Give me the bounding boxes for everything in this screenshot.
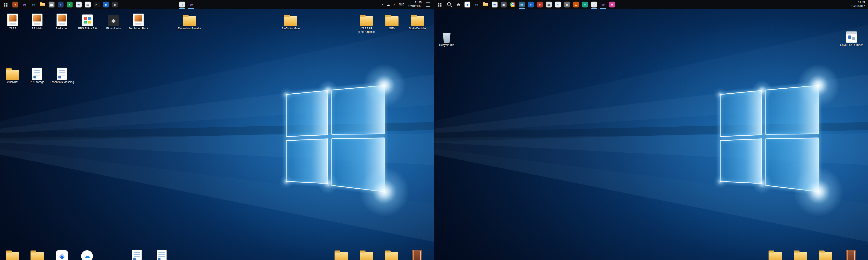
windows-logo-icon: [438, 3, 441, 6]
start-button[interactable]: [0, 0, 11, 9]
taskbar-mail[interactable]: ✉: [74, 0, 83, 9]
desktop-icon-pr-storage[interactable]: PR Storage: [24, 66, 50, 84]
desktop-left[interactable]: YABS PR Main Reduction PBS Editor 2.0 Pk…: [0, 0, 434, 260]
taskbar-app-4[interactable]: ●: [65, 0, 74, 9]
desktop-icon-pbs-editor[interactable]: PBS Editor 2.0: [75, 12, 100, 30]
desktop-icon-cutoff[interactable]: [124, 248, 149, 260]
taskbar-search[interactable]: [445, 0, 454, 9]
taskbar-running-visual-studio[interactable]: ∞: [187, 0, 196, 9]
taskbar-app-3[interactable]: ■: [56, 0, 65, 9]
desktop-icon-vulpixbot[interactable]: vulpixbot: [0, 66, 25, 84]
taskbar-gimp[interactable]: ◉: [562, 0, 571, 9]
taskbar-document-app[interactable]: ▤: [83, 0, 92, 9]
taskbar-people[interactable]: ☻: [454, 0, 463, 9]
desktop-icon-spritedoubler[interactable]: SpriteDoubler: [405, 12, 430, 30]
desktop-icon-yabs-ui[interactable]: YABS UI (ThePurplest): [354, 12, 379, 34]
action-center-icon[interactable]: [426, 2, 430, 6]
tray-overflow-chevron-icon[interactable]: ∧: [379, 0, 385, 9]
app-icon-1: ●: [12, 2, 18, 7]
taskbar-app-6[interactable]: ■: [526, 0, 535, 9]
desktop-icon-cutoff[interactable]: [788, 248, 813, 260]
taskbar-running-visual-studio[interactable]: ∞: [598, 0, 608, 9]
dropbox-icon: ◈: [465, 2, 470, 7]
taskbar-clock[interactable]: 21:45 12/10/2017: [406, 0, 423, 9]
app-file-icon: [846, 31, 857, 43]
desktop-icon-recycle-bin[interactable]: Recycle Bin: [434, 29, 459, 47]
desktop-icon-gifs[interactable]: GIFs: [379, 12, 405, 30]
taskbar-mail[interactable]: ✉: [490, 0, 499, 9]
taskbar-monitor-app[interactable]: ▭: [517, 0, 526, 9]
desktop-icon-stuffs-for-main[interactable]: Stuffs for Main: [278, 12, 303, 30]
desktop-icon-sun-moon-pack[interactable]: Sun Moon Pack: [126, 12, 151, 30]
taskbar-running-ibeam[interactable]: I: [590, 0, 598, 9]
gimp-icon: ◉: [564, 2, 570, 7]
desktop-icon-cutoff[interactable]: [763, 248, 788, 260]
taskbar-app-8[interactable]: ●: [553, 0, 562, 9]
taskbar-app-10[interactable]: ●: [581, 0, 590, 9]
taskbar-left: ● ∞ e ▦ ■ ● ✉ ▤ >_ ◆ ◈ I ∞ ∧ ☁ ♪ NLD 21:…: [0, 0, 434, 9]
desktop-icon-cutoff[interactable]: [329, 248, 354, 260]
onedrive-cloud-icon[interactable]: ☁: [385, 0, 391, 9]
folder-icon: [360, 16, 373, 26]
icon-label: Recycle Bin: [434, 44, 459, 47]
app-icon-6: ■: [528, 2, 534, 7]
icon-label: SpriteDoubler: [405, 27, 430, 30]
taskbar-app-7[interactable]: ■: [535, 0, 544, 9]
taskbar-clock[interactable]: 21:45 12/10/2017: [849, 0, 867, 9]
taskbar-camera[interactable]: ◉: [499, 0, 508, 9]
desktop-right[interactable]: Recycle Bin Save File Dumper: [434, 0, 868, 260]
unity-icon: ◈: [112, 2, 118, 7]
desktop-icon-cutoff[interactable]: [813, 248, 838, 260]
taskbar-running-ibeam[interactable]: I: [178, 0, 187, 9]
icon-label: PR Storage: [24, 81, 50, 84]
taskbar-app-9[interactable]: ▲: [571, 0, 581, 9]
taskbar-dropbox[interactable]: ◈: [463, 0, 472, 9]
taskbar-app-11[interactable]: ■: [608, 0, 617, 9]
desktop-icon-cutoff[interactable]: [0, 248, 25, 260]
app-icon-9: ▲: [573, 2, 579, 7]
people-icon: ☻: [456, 2, 461, 7]
taskbar-app-2[interactable]: ▦: [47, 0, 56, 9]
camera-icon: ◉: [501, 2, 506, 7]
desktop-icon-cutoff[interactable]: [24, 248, 50, 260]
desktop-icon-cutoff[interactable]: [838, 248, 864, 260]
desktop-icon-yabs[interactable]: YABS: [0, 12, 25, 30]
folder-icon: [360, 252, 373, 260]
taskbar-unity[interactable]: ◈: [110, 0, 119, 9]
desktop-icon-reduction[interactable]: Reduction: [49, 12, 74, 30]
folder-icon: [6, 70, 19, 80]
desktop-icon-cutoff[interactable]: [404, 248, 430, 260]
desktop-icon-cutoff[interactable]: [49, 248, 74, 260]
taskbar-app-5[interactable]: ◆: [101, 0, 110, 9]
taskbar-console[interactable]: >_: [92, 0, 101, 9]
taskbar-chrome[interactable]: [508, 0, 517, 9]
app-icon-2: ▦: [49, 2, 55, 7]
start-button[interactable]: [434, 0, 445, 9]
clock-date: 12/10/2017: [851, 4, 865, 8]
desktop-icon-essentials-rewrite[interactable]: Essentials Rewrite: [177, 12, 202, 30]
desktop-icon-essentials-messing[interactable]: Essentials Messing: [49, 66, 74, 84]
taskbar-edge[interactable]: e: [472, 0, 481, 9]
taskbar-file-explorer[interactable]: [481, 0, 490, 9]
desktop-icon-pkmn-unity[interactable]: Pkmn Unity: [101, 12, 126, 30]
volume-icon[interactable]: ♪: [391, 0, 397, 9]
taskbar-calculator[interactable]: ▦: [544, 0, 553, 9]
folder-icon: [794, 252, 807, 260]
taskbar-visual-studio[interactable]: ∞: [20, 0, 29, 9]
icon-label: PBS Editor 2.0: [75, 27, 100, 30]
desktop-icon-cutoff[interactable]: [354, 248, 379, 260]
desktop-icon-cutoff[interactable]: [149, 248, 174, 260]
ibeam-app-icon: I: [179, 2, 185, 7]
taskbar-edge[interactable]: e: [29, 0, 38, 9]
icon-label: YABS UI (ThePurplest): [354, 27, 379, 34]
desktop-icon-cutoff[interactable]: [379, 248, 404, 260]
desktop-icon-save-file-dumper[interactable]: Save File Dumper: [839, 29, 864, 47]
folder-icon: [819, 252, 832, 260]
desktop-icon-pr-main[interactable]: PR Main: [24, 12, 50, 30]
icon-label: Save File Dumper: [839, 44, 864, 47]
image-file-icon: [7, 13, 18, 26]
taskbar-app-1[interactable]: ●: [11, 0, 20, 9]
desktop-icon-cutoff[interactable]: [74, 248, 100, 260]
taskbar-file-explorer[interactable]: [38, 0, 47, 9]
language-indicator[interactable]: NLD: [397, 0, 406, 9]
